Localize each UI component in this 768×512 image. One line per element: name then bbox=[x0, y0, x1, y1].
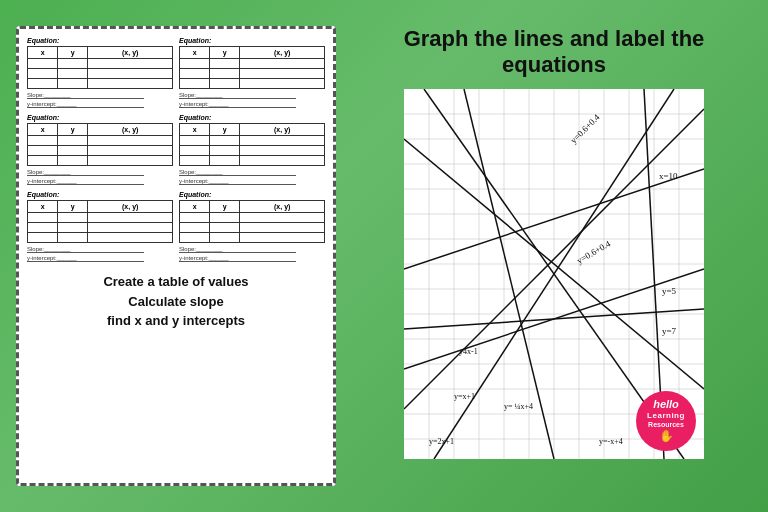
svg-text:y=2x+1: y=2x+1 bbox=[429, 437, 454, 446]
right-panel: Graph the lines and label the equations bbox=[356, 26, 752, 486]
col-y-3: y bbox=[58, 124, 88, 136]
slope-label-6: Slope:________ bbox=[179, 246, 296, 253]
col-y-5: y bbox=[58, 201, 88, 213]
equation-table-6: x y (x, y) bbox=[179, 200, 325, 243]
table-row bbox=[180, 223, 325, 233]
intercept-label-2: y-intercept:______ bbox=[179, 101, 296, 108]
col-y-1: y bbox=[58, 47, 88, 59]
equation-label-2: Equation: bbox=[179, 37, 325, 44]
intercept-label-6: y-intercept:______ bbox=[179, 255, 296, 262]
table-row bbox=[180, 136, 325, 146]
svg-text:y=-x+4: y=-x+4 bbox=[599, 437, 623, 446]
learning-text: Learning bbox=[647, 411, 685, 421]
equation-label-1: Equation: bbox=[27, 37, 173, 44]
table-row bbox=[28, 146, 173, 156]
slope-label-5: Slope:________ bbox=[27, 246, 144, 253]
graph-title: Graph the lines and label the equations bbox=[356, 26, 752, 79]
table-row bbox=[28, 213, 173, 223]
col-x-4: x bbox=[180, 124, 210, 136]
table-row bbox=[180, 233, 325, 243]
equation-label-6: Equation: bbox=[179, 191, 325, 198]
slope-label-3: Slope:________ bbox=[27, 169, 144, 176]
col-xy-6: (x, y) bbox=[240, 201, 325, 213]
instruction-line-3: find x and y intercepts bbox=[27, 311, 325, 331]
equation-table-3: x y (x, y) bbox=[27, 123, 173, 166]
svg-text:y=7: y=7 bbox=[662, 326, 677, 336]
table-row bbox=[28, 233, 173, 243]
equation-label-4: Equation: bbox=[179, 114, 325, 121]
col-xy-1: (x, y) bbox=[88, 47, 173, 59]
equation-box-1: Equation: x y (x, y) Slope:________ y-in… bbox=[27, 37, 173, 108]
col-xy-4: (x, y) bbox=[240, 124, 325, 136]
intercept-label-1: y-intercept:______ bbox=[27, 101, 144, 108]
table-row bbox=[180, 69, 325, 79]
table-row bbox=[180, 213, 325, 223]
hello-text: hello bbox=[653, 398, 679, 411]
hand-icon: ✋ bbox=[659, 429, 674, 443]
table-row bbox=[28, 223, 173, 233]
col-xy-3: (x, y) bbox=[88, 124, 173, 136]
equation-box-6: Equation: x y (x, y) Slope:________ y-in… bbox=[179, 191, 325, 262]
equation-box-5: Equation: x y (x, y) Slope:________ y-in… bbox=[27, 191, 173, 262]
svg-text:y=0.6+0.4: y=0.6+0.4 bbox=[568, 112, 602, 146]
instruction-line-2: Calculate slope bbox=[27, 292, 325, 312]
resources-text: Resources bbox=[648, 421, 684, 429]
intercept-label-3: y-intercept:______ bbox=[27, 178, 144, 185]
equation-box-2: Equation: x y (x, y) Slope:________ y-in… bbox=[179, 37, 325, 108]
col-x-2: x bbox=[180, 47, 210, 59]
equation-label-3: Equation: bbox=[27, 114, 173, 121]
equation-table-4: x y (x, y) bbox=[179, 123, 325, 166]
intercept-label-4: y-intercept:______ bbox=[179, 178, 296, 185]
col-x-1: x bbox=[28, 47, 58, 59]
svg-text:y=0.6+0.4: y=0.6+0.4 bbox=[575, 238, 613, 265]
bottom-instructions: Create a table of values Calculate slope… bbox=[27, 272, 325, 331]
equation-box-3: Equation: x y (x, y) Slope:________ y-in… bbox=[27, 114, 173, 185]
equation-table-1: x y (x, y) bbox=[27, 46, 173, 89]
col-y-2: y bbox=[210, 47, 240, 59]
worksheet-row-2: Equation: x y (x, y) Slope:________ y-in… bbox=[27, 114, 325, 185]
slope-label-2: Slope:________ bbox=[179, 92, 296, 99]
graph-image: y=0.6+0.4 x=10 y=0.6+0.4 y=5 y=7 y4x-1 y… bbox=[404, 89, 704, 459]
hello-learning-badge: hello Learning Resources ✋ bbox=[636, 391, 696, 451]
col-xy-2: (x, y) bbox=[240, 47, 325, 59]
instruction-line-1: Create a table of values bbox=[27, 272, 325, 292]
worksheet-panel: Equation: x y (x, y) Slope:________ y-in… bbox=[16, 26, 336, 486]
col-x-6: x bbox=[180, 201, 210, 213]
intercept-label-5: y-intercept:______ bbox=[27, 255, 144, 262]
col-x-3: x bbox=[28, 124, 58, 136]
equation-table-5: x y (x, y) bbox=[27, 200, 173, 243]
table-row bbox=[28, 136, 173, 146]
table-row bbox=[180, 59, 325, 69]
worksheet-row-3: Equation: x y (x, y) Slope:________ y-in… bbox=[27, 191, 325, 262]
table-row bbox=[28, 59, 173, 69]
worksheet-row-1: Equation: x y (x, y) Slope:________ y-in… bbox=[27, 37, 325, 108]
col-x-5: x bbox=[28, 201, 58, 213]
slope-label-1: Slope:________ bbox=[27, 92, 144, 99]
equation-label-5: Equation: bbox=[27, 191, 173, 198]
svg-text:x=10: x=10 bbox=[659, 171, 678, 181]
table-row bbox=[180, 156, 325, 166]
table-row bbox=[28, 156, 173, 166]
equation-box-4: Equation: x y (x, y) Slope:________ y-in… bbox=[179, 114, 325, 185]
svg-text:y= ¼x+4: y= ¼x+4 bbox=[504, 402, 533, 411]
equation-table-2: x y (x, y) bbox=[179, 46, 325, 89]
col-y-4: y bbox=[210, 124, 240, 136]
table-row bbox=[180, 79, 325, 89]
table-row bbox=[28, 69, 173, 79]
svg-text:y4x-1: y4x-1 bbox=[459, 347, 478, 356]
col-y-6: y bbox=[210, 201, 240, 213]
svg-text:y=x+1: y=x+1 bbox=[454, 392, 475, 401]
table-row bbox=[180, 146, 325, 156]
col-xy-5: (x, y) bbox=[88, 201, 173, 213]
slope-label-4: Slope:________ bbox=[179, 169, 296, 176]
svg-text:y=5: y=5 bbox=[662, 286, 677, 296]
table-row bbox=[28, 79, 173, 89]
